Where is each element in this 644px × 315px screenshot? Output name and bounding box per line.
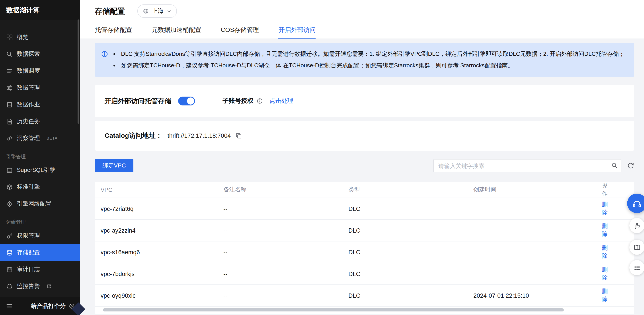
region-selector[interactable]: 上海 bbox=[138, 4, 177, 18]
subaccount-auth-label: 子账号授权 bbox=[222, 97, 254, 105]
cell-vpc: vpc-oyq90xic bbox=[95, 292, 218, 299]
banner-bullet: DLC 支持Starrocks/Doris等引擎直接访问DLC内部存储，且无需进… bbox=[120, 48, 624, 60]
sidebar: 数据湖计算 概览 数据探索 数据调度 数据管理 数据作业 bbox=[0, 0, 80, 315]
sidebar-nav: 概览 数据探索 数据调度 数据管理 数据作业 历史任务 bbox=[0, 29, 80, 295]
database-icon bbox=[6, 249, 13, 256]
delete-link[interactable]: 删除 bbox=[602, 223, 608, 238]
cell-vpc: vpc-s16aemq6 bbox=[95, 249, 218, 255]
magnifier-icon bbox=[6, 51, 13, 57]
sidebar-item-overview[interactable]: 概览 bbox=[0, 29, 80, 46]
external-access-toggle[interactable] bbox=[178, 97, 195, 105]
search-input[interactable] bbox=[434, 159, 622, 172]
cell-note: -- bbox=[218, 205, 342, 212]
delete-link[interactable]: 删除 bbox=[602, 266, 608, 281]
sidebar-item-monitor-alarm[interactable]: 监控告警 bbox=[0, 278, 80, 295]
sidebar-footer: 给产品打个分 bbox=[0, 297, 80, 315]
table-row: vpc-7bdorkjs -- DLC 删除 bbox=[95, 263, 634, 285]
horizontal-scrollbar bbox=[95, 307, 634, 314]
sidebar-item-label: 数据管理 bbox=[17, 84, 40, 92]
horizontal-scrollbar-thumb[interactable] bbox=[103, 308, 564, 312]
sidebar-item-audit-log[interactable]: 审计日志 bbox=[0, 261, 80, 278]
sidebar-item-supersql-engine[interactable]: SuperSQL引擎 bbox=[0, 162, 80, 179]
bind-vpc-button[interactable]: 绑定VPC bbox=[95, 159, 133, 172]
sidebar-item-label: 权限管理 bbox=[17, 232, 40, 240]
sidebar-item-engine-network[interactable]: 引擎网络配置 bbox=[0, 195, 80, 212]
external-link-icon bbox=[46, 284, 52, 289]
handle-link[interactable]: 点击处理 bbox=[270, 97, 294, 105]
promotion-button[interactable] bbox=[629, 218, 644, 233]
subaccount-info-icon[interactable] bbox=[256, 98, 263, 104]
sidebar-item-standard-engine[interactable]: 标准引擎 bbox=[0, 179, 80, 195]
sidebar-item-data-schedule[interactable]: 数据调度 bbox=[0, 62, 80, 79]
copy-icon[interactable] bbox=[235, 132, 242, 139]
sidebar-item-label: 洞察管理 bbox=[17, 134, 40, 142]
delete-link[interactable]: 删除 bbox=[602, 288, 608, 303]
catalog-address-value: thrift://172.17.1.18:7004 bbox=[168, 132, 231, 139]
link-icon bbox=[6, 135, 13, 142]
target-icon bbox=[6, 201, 13, 207]
content: DLC 支持Starrocks/Doris等引擎直接访问DLC内部存储，且无需进… bbox=[80, 39, 644, 315]
chevron-down-icon bbox=[167, 9, 172, 13]
column-header-type: 类型 bbox=[342, 186, 468, 194]
region-label: 上海 bbox=[152, 7, 164, 15]
sidebar-item-label: 数据调度 bbox=[17, 67, 40, 75]
sliders-icon bbox=[6, 84, 13, 91]
search-box bbox=[434, 159, 622, 172]
list-icon bbox=[6, 67, 13, 74]
cell-note: -- bbox=[218, 271, 342, 277]
cell-type: DLC bbox=[342, 292, 468, 299]
cell-type: DLC bbox=[342, 227, 468, 234]
toggle-knob bbox=[187, 97, 194, 105]
delete-link[interactable]: 删除 bbox=[602, 245, 608, 259]
search-icon[interactable] bbox=[611, 162, 618, 169]
rate-product-link[interactable]: 给产品打个分 bbox=[31, 302, 75, 310]
sidebar-scrollbar[interactable] bbox=[78, 19, 79, 124]
rate-product-label: 给产品打个分 bbox=[31, 302, 66, 310]
key-icon bbox=[6, 232, 13, 239]
sidebar-item-label: 审计日志 bbox=[17, 265, 40, 273]
app-title: 数据湖计算 bbox=[0, 0, 80, 20]
sidebar-section-ops: 运维管理 bbox=[0, 217, 80, 227]
main-area: 存储配置 上海 托管存储配置 元数据加速桶配置 COS存储管理 开启外部访问 D… bbox=[80, 0, 644, 315]
collapse-sidebar-icon[interactable] bbox=[6, 303, 12, 309]
banner-bullet-list: DLC 支持Starrocks/Doris等引擎直接访问DLC内部存储，且无需进… bbox=[112, 48, 624, 71]
history-doc-icon bbox=[6, 118, 13, 125]
document-icon bbox=[6, 101, 13, 108]
catalog-address-card: Catalog访问地址： thrift://172.17.1.18:7004 bbox=[95, 121, 634, 151]
sidebar-item-data-manage[interactable]: 数据管理 bbox=[0, 79, 80, 96]
sidebar-item-insight[interactable]: 洞察管理 BETA bbox=[0, 130, 80, 147]
vpc-table: VPC 备注名称 类型 创建时间 操作 vpc-72riat6q -- DLC … bbox=[95, 182, 634, 314]
cell-vpc: vpc-ay2zzin4 bbox=[95, 227, 218, 234]
table-row: vpc-72riat6q -- DLC 删除 bbox=[95, 198, 634, 220]
refresh-icon[interactable] bbox=[627, 162, 634, 169]
tab-external-access[interactable]: 开启外部访问 bbox=[278, 22, 316, 38]
sidebar-item-data-explore[interactable]: 数据探索 bbox=[0, 46, 80, 62]
delete-link[interactable]: 删除 bbox=[602, 201, 608, 216]
table-row: vpc-s16aemq6 -- DLC 删除 bbox=[95, 242, 634, 263]
tab-cos-storage[interactable]: COS存储管理 bbox=[221, 22, 259, 38]
page-title: 存储配置 bbox=[95, 6, 125, 16]
table-row: vpc-ay2zzin4 -- DLC 删除 bbox=[95, 220, 634, 242]
sidebar-item-data-jobs[interactable]: 数据作业 bbox=[0, 96, 80, 113]
sql-engine-icon bbox=[6, 167, 13, 173]
sidebar-item-storage-config[interactable]: 存储配置 bbox=[0, 244, 80, 261]
survey-list-icon bbox=[633, 264, 641, 271]
sidebar-item-label: 标准引擎 bbox=[17, 183, 40, 191]
survey-button[interactable] bbox=[629, 260, 644, 275]
info-icon bbox=[101, 50, 108, 58]
table-header-row: VPC 备注名称 类型 创建时间 操作 bbox=[95, 182, 634, 198]
catalog-address-label: Catalog访问地址： bbox=[104, 132, 162, 140]
sidebar-item-history-tasks[interactable]: 历史任务 bbox=[0, 113, 80, 130]
column-header-note: 备注名称 bbox=[218, 186, 342, 194]
globe-icon bbox=[143, 8, 149, 14]
tab-managed-storage[interactable]: 托管存储配置 bbox=[95, 22, 132, 38]
cell-created: 2024-07-01 22:15:10 bbox=[468, 292, 592, 299]
docs-button[interactable] bbox=[629, 240, 644, 255]
tab-metadata-bucket[interactable]: 元数据加速桶配置 bbox=[152, 22, 201, 38]
cell-type: DLC bbox=[342, 205, 468, 212]
sidebar-item-label: 概览 bbox=[17, 33, 28, 41]
thumbs-up-icon bbox=[633, 222, 641, 229]
sidebar-item-permission[interactable]: 权限管理 bbox=[0, 227, 80, 244]
cell-vpc: vpc-7bdorkjs bbox=[95, 271, 218, 277]
beta-badge: BETA bbox=[46, 136, 58, 140]
